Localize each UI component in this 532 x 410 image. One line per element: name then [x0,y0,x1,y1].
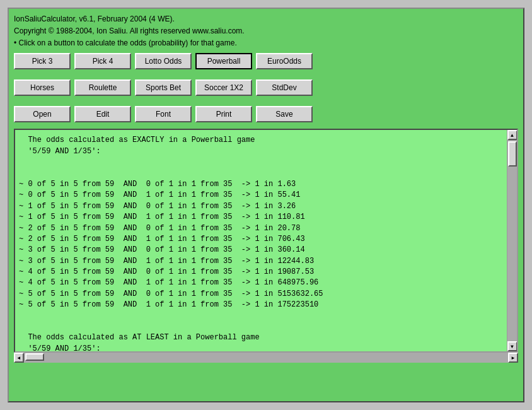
scroll-down-button[interactable]: ▼ [507,341,518,351]
euroodds-button[interactable]: EuroOdds [256,53,313,69]
horizontal-scrollbar-row: ◄ ► [14,353,518,363]
vertical-scrollbar[interactable]: ▲ ▼ [507,130,517,351]
scroll-thumb-v[interactable] [508,141,517,167]
pick4-button[interactable]: Pick 4 [74,53,131,69]
scroll-track-v[interactable] [507,140,517,341]
button-row-1: Pick 3Pick 4Lotto OddsPowerballEuroOdds [14,53,518,69]
scroll-track-h[interactable] [24,353,508,363]
main-window: IonSaliuCalculator, v6.1, February 2004 … [8,8,524,402]
font-button[interactable]: Font [135,106,192,122]
powerball-button[interactable]: Powerball [195,53,252,69]
lotto-odds-button[interactable]: Lotto Odds [135,53,192,69]
scroll-right-button[interactable]: ► [508,353,518,363]
output-container: The odds calculated as EXACTLY in a Powe… [14,129,518,353]
output-text[interactable]: The odds calculated as EXACTLY in a Powe… [15,130,507,351]
scroll-thumb-h[interactable] [25,353,44,361]
open-button[interactable]: Open [14,106,71,122]
header-line2: Copyright © 1988-2004, Ion Saliu. All ri… [14,26,518,37]
button-row-2: HorsesRouletteSports BetSoccer 1X2StdDev [14,79,518,96]
soccer-button[interactable]: Soccer 1X2 [195,79,252,96]
stddev-button[interactable]: StdDev [256,79,313,96]
sports-bet-button[interactable]: Sports Bet [135,79,192,96]
edit-button[interactable]: Edit [74,106,131,122]
print-button[interactable]: Print [195,106,252,122]
header-line1: IonSaliuCalculator, v6.1, February 2004 … [14,14,518,25]
roulette-button[interactable]: Roulette [74,79,131,96]
scroll-up-button[interactable]: ▲ [507,130,518,140]
pick3-button[interactable]: Pick 3 [14,53,71,69]
button-row-3: OpenEditFontPrintSave [14,106,518,122]
header-line3: • Click on a button to calculate the odd… [14,38,518,49]
scroll-left-button[interactable]: ◄ [14,353,24,363]
horses-button[interactable]: Horses [14,79,71,96]
save-button[interactable]: Save [256,106,313,122]
